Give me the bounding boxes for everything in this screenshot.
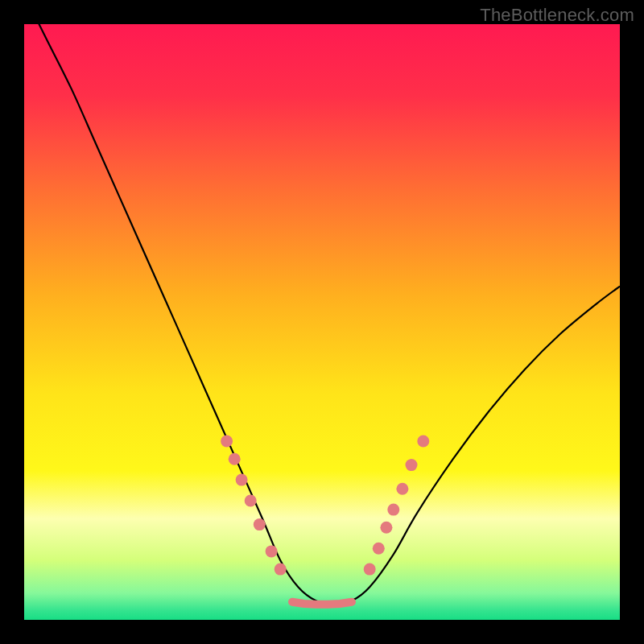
marker-dot xyxy=(245,495,257,507)
marker-dot xyxy=(396,483,408,495)
marker-dot xyxy=(406,459,418,471)
marker-dot xyxy=(254,518,266,530)
left-markers xyxy=(221,436,287,576)
bottom-marker-band xyxy=(292,602,352,605)
marker-dot xyxy=(417,436,429,448)
marker-dot xyxy=(275,564,287,576)
watermark-text: TheBottleneck.com xyxy=(480,5,634,26)
chart-stage: TheBottleneck.com xyxy=(0,0,644,644)
marker-dot xyxy=(229,453,241,465)
plot-area xyxy=(24,24,620,620)
bottleneck-curve xyxy=(24,24,620,605)
curve-layer xyxy=(24,24,620,620)
marker-dot xyxy=(221,436,233,448)
marker-dot xyxy=(266,545,278,557)
marker-dot xyxy=(364,564,376,576)
marker-dot xyxy=(387,504,399,516)
marker-dot xyxy=(373,543,385,555)
marker-dot xyxy=(236,474,248,486)
right-markers xyxy=(364,436,430,576)
marker-dot xyxy=(380,522,392,534)
